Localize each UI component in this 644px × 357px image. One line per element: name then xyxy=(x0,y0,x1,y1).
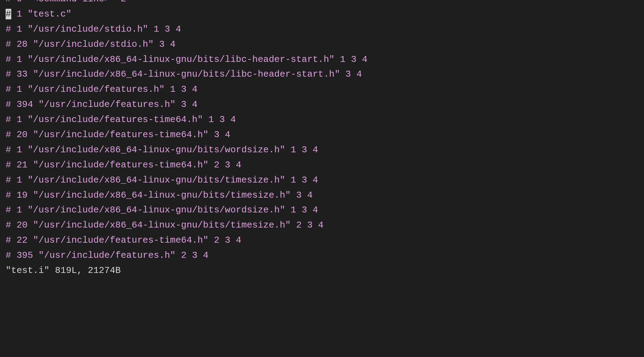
preprocessor-hash: # xyxy=(6,0,11,4)
line-content: 1 "/usr/include/x86_64-linux-gnu/bits/ti… xyxy=(11,175,318,185)
code-line: # 1 "/usr/include/features.h" 1 3 4 xyxy=(6,82,638,97)
code-line: # 1 "/usr/include/x86_64-linux-gnu/bits/… xyxy=(6,52,638,67)
code-line: # 1 "test.c" xyxy=(6,7,638,22)
editor-content[interactable]: # 0 "<command-line>" 2# 1 "test.c"# 1 "/… xyxy=(0,0,644,278)
preprocessor-hash: # xyxy=(6,9,11,19)
line-content: 394 "/usr/include/features.h" 3 4 xyxy=(11,99,198,110)
line-content: 1 "test.c" xyxy=(11,9,72,19)
preprocessor-hash: # xyxy=(6,235,11,246)
code-line: # 395 "/usr/include/features.h" 2 3 4 xyxy=(6,248,638,263)
code-line: # 1 "/usr/include/features-time64.h" 1 3… xyxy=(6,112,638,127)
preprocessor-hash: # xyxy=(6,145,11,155)
code-line: # 20 "/usr/include/features-time64.h" 3 … xyxy=(6,127,638,142)
line-content: 1 "/usr/include/x86_64-linux-gnu/bits/wo… xyxy=(11,145,318,155)
preprocessor-hash: # xyxy=(6,69,11,79)
line-content: 21 "/usr/include/features-time64.h" 2 3 … xyxy=(11,160,241,170)
line-content: 20 "/usr/include/x86_64-linux-gnu/bits/t… xyxy=(11,220,324,230)
code-line: # 22 "/usr/include/features-time64.h" 2 … xyxy=(6,233,638,248)
preprocessor-hash: # xyxy=(6,160,11,170)
code-line: # 1 "/usr/include/x86_64-linux-gnu/bits/… xyxy=(6,173,638,188)
code-line: # 1 "/usr/include/stdio.h" 1 3 4 xyxy=(6,22,638,37)
preprocessor-hash: # xyxy=(6,250,11,261)
code-line: # 21 "/usr/include/features-time64.h" 2 … xyxy=(6,158,638,173)
code-line: # 28 "/usr/include/stdio.h" 3 4 xyxy=(6,37,638,52)
line-content: 28 "/usr/include/stdio.h" 3 4 xyxy=(11,39,176,50)
preprocessor-hash: # xyxy=(6,84,11,95)
preprocessor-hash: # xyxy=(6,220,11,230)
vim-status-line: "test.i" 819L, 21274B xyxy=(6,263,638,278)
preprocessor-hash: # xyxy=(6,114,11,125)
line-content: 1 "/usr/include/features.h" 1 3 4 xyxy=(11,84,198,95)
preprocessor-hash: # xyxy=(6,175,11,185)
preprocessor-hash: # xyxy=(6,24,11,34)
line-content: 33 "/usr/include/x86_64-linux-gnu/bits/l… xyxy=(11,69,362,79)
line-content: 20 "/usr/include/features-time64.h" 3 4 xyxy=(11,129,230,140)
code-line: # 1 "/usr/include/x86_64-linux-gnu/bits/… xyxy=(6,203,638,218)
preprocessor-hash: # xyxy=(6,129,11,140)
line-content: 1 "/usr/include/x86_64-linux-gnu/bits/li… xyxy=(11,54,367,65)
line-content: 1 "/usr/include/x86_64-linux-gnu/bits/wo… xyxy=(11,205,318,215)
preprocessor-hash: # xyxy=(6,205,11,215)
code-line: # 20 "/usr/include/x86_64-linux-gnu/bits… xyxy=(6,218,638,233)
code-line: # 19 "/usr/include/x86_64-linux-gnu/bits… xyxy=(6,188,638,203)
line-content: 1 "/usr/include/stdio.h" 1 3 4 xyxy=(11,24,181,34)
line-content: 395 "/usr/include/features.h" 2 3 4 xyxy=(11,250,209,261)
line-content: 0 "<command-line>" 2 xyxy=(11,0,126,4)
code-line: # 394 "/usr/include/features.h" 3 4 xyxy=(6,97,638,112)
line-content: 19 "/usr/include/x86_64-linux-gnu/bits/t… xyxy=(11,190,313,200)
preprocessor-hash: # xyxy=(6,190,11,200)
preprocessor-hash: # xyxy=(6,54,11,65)
preprocessor-hash: # xyxy=(6,39,11,50)
code-line: # 0 "<command-line>" 2 xyxy=(6,0,638,7)
code-line: # 1 "/usr/include/x86_64-linux-gnu/bits/… xyxy=(6,142,638,158)
preprocessor-hash: # xyxy=(6,99,11,110)
code-line: # 33 "/usr/include/x86_64-linux-gnu/bits… xyxy=(6,67,638,82)
line-content: 22 "/usr/include/features-time64.h" 2 3 … xyxy=(11,235,241,246)
line-content: 1 "/usr/include/features-time64.h" 1 3 4 xyxy=(11,114,236,125)
